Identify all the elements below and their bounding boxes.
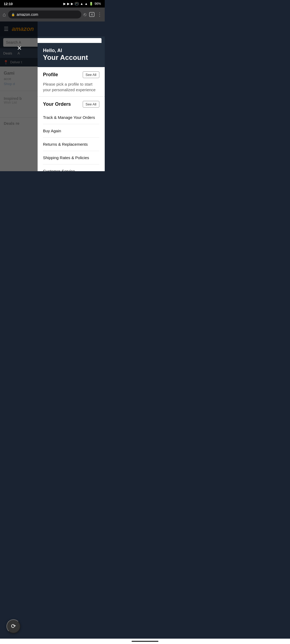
hamburger-icon[interactable]: ☰: [4, 26, 9, 32]
amazon-background: ✕ ☰ amazon Search A Deals A 📍 Deliver t …: [0, 21, 105, 171]
tab-count[interactable]: 4: [89, 12, 95, 17]
url-text: amazon.com: [17, 12, 38, 17]
status-time: 12:10: [4, 2, 13, 6]
profile-section-title: Profile: [43, 72, 58, 78]
orders-section: Your Orders See All Track & Manage Your …: [38, 97, 105, 171]
greeting-text: Hello, Al: [43, 48, 99, 53]
amazon-logo-accent: on: [27, 25, 34, 32]
orders-menu: Track & Manage Your Orders Buy Again Ret…: [43, 111, 99, 171]
url-bar[interactable]: 🔒 amazon.com: [8, 10, 81, 19]
orders-section-title: Your Orders: [43, 101, 71, 107]
browser-home-icon[interactable]: ⌂: [3, 12, 6, 18]
profile-description: Please pick a profile to start your pers…: [43, 81, 99, 93]
amazon-logo: amazon: [12, 25, 34, 32]
youtube-icon1: ▶: [63, 2, 66, 6]
signal-icon: ▲: [85, 2, 88, 6]
close-panel-button[interactable]: ✕: [14, 43, 25, 54]
status-bar: 12:10 ▶ ▶ ▶ 📳 ▲ ▲ 🔋 96%: [0, 0, 105, 8]
lock-icon: 🔒: [11, 13, 15, 16]
account-title: Your Account: [43, 53, 99, 62]
track-manage-orders-item[interactable]: Track & Manage Your Orders: [43, 111, 99, 124]
share-icon[interactable]: ⎋: [84, 12, 86, 17]
shipping-rates-item[interactable]: Shipping Rates & Policies: [43, 151, 99, 164]
browser-actions: ⎋ 4 ⋮: [84, 12, 102, 17]
youtube-icon3: ▶: [71, 2, 73, 6]
panel-header: Hello, Al Your Account: [38, 43, 105, 67]
more-icon[interactable]: ⋮: [97, 12, 102, 17]
nav-deals: Deals: [3, 51, 12, 55]
vibrate-icon: 📳: [75, 2, 79, 6]
account-side-panel: Hello, Al Your Account Profile See All P…: [38, 43, 105, 171]
location-icon: 📍: [3, 60, 9, 65]
youtube-icon2: ▶: [67, 2, 70, 6]
orders-section-header: Your Orders See All: [43, 101, 99, 108]
browser-bar: ⌂ 🔒 amazon.com ⎋ 4 ⋮: [0, 8, 105, 21]
buy-again-item[interactable]: Buy Again: [43, 124, 99, 138]
battery-percent: 96%: [95, 2, 101, 6]
battery-icon: 🔋: [89, 2, 93, 6]
amazon-logo-text: amaz: [12, 25, 27, 32]
profile-section: Profile See All Please pick a profile to…: [38, 67, 105, 97]
profile-section-header: Profile See All: [43, 71, 99, 78]
orders-see-all-button[interactable]: See All: [83, 101, 99, 108]
returns-replacements-item[interactable]: Returns & Replacements: [43, 138, 99, 151]
status-icons: ▶ ▶ ▶ 📳 ▲ ▲ 🔋 96%: [63, 2, 101, 6]
amazon-header: ☰ amazon: [0, 21, 105, 36]
wifi-icon: ▲: [80, 2, 83, 6]
deliver-text: Deliver t: [10, 60, 22, 64]
profile-see-all-button[interactable]: See All: [83, 71, 99, 78]
customer-service-item[interactable]: Customer Service: [43, 164, 99, 171]
